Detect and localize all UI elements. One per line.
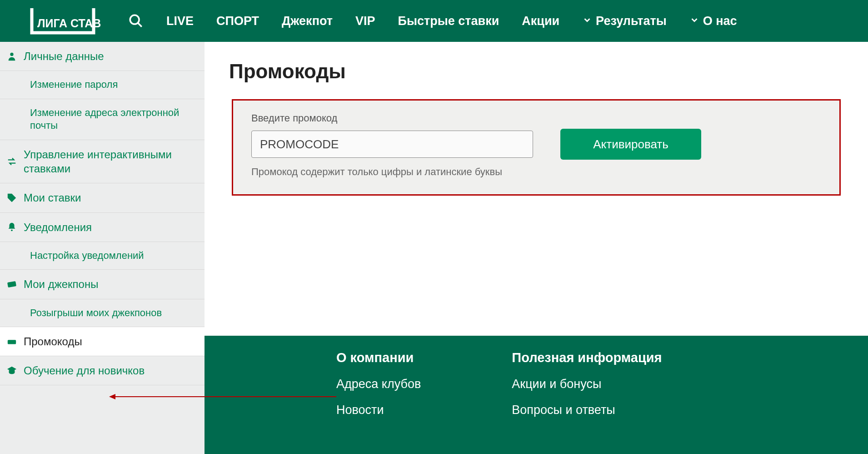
svg-rect-6	[8, 340, 16, 344]
sidebar-item-label: Обучение для новичков	[24, 363, 145, 378]
footer-heading: Полезная информация	[512, 350, 662, 365]
transfer-icon	[6, 156, 17, 167]
chevron-down-icon	[689, 14, 699, 28]
sidebar-item-jackpon-draws[interactable]: Розыгрыши моих джекпонов	[0, 299, 205, 328]
sidebar-item-bets-mgmt[interactable]: Управление интерактивными ставками	[0, 140, 205, 183]
svg-point-1	[130, 15, 139, 24]
sidebar-item-label: Уведомления	[24, 220, 92, 234]
nav-vip[interactable]: VIP	[355, 14, 375, 28]
sidebar-item-label: Изменение адреса электронной почты	[30, 106, 199, 132]
search-icon[interactable]	[128, 13, 144, 29]
promocode-field-label: Введите промокод	[251, 112, 821, 124]
footer: О компании Адреса клубов Новости Полезна…	[205, 336, 868, 454]
promocode-input[interactable]	[251, 131, 533, 158]
svg-text:ЛИГА СТАВОК: ЛИГА СТАВОК	[37, 17, 101, 30]
sidebar-item-notif-settings[interactable]: Настройка уведомлений	[0, 242, 205, 270]
footer-heading: О компании	[336, 350, 421, 365]
nav-sport[interactable]: СПОРТ	[216, 14, 259, 28]
footer-col-info: Полезная информация Акции и бонусы Вопро…	[512, 350, 662, 454]
footer-link-clubs[interactable]: Адреса клубов	[336, 377, 421, 391]
sidebar-item-label: Розыгрыши моих джекпонов	[30, 307, 162, 320]
container: Личные данные Изменение пароля Изменение…	[0, 42, 868, 454]
nav-results-label: Результаты	[596, 14, 667, 28]
sidebar-item-label: Мои джекпоны	[24, 277, 98, 291]
ticket-icon	[6, 336, 17, 347]
footer-col-about: О компании Адреса клубов Новости	[336, 350, 421, 454]
promocode-panel: Введите промокод Активировать Промокод с…	[232, 99, 841, 196]
sidebar-item-notifications[interactable]: Уведомления	[0, 213, 205, 242]
nav-about[interactable]: О нас	[689, 14, 737, 28]
card-icon	[6, 279, 17, 290]
svg-point-4	[11, 230, 13, 232]
svg-line-2	[138, 23, 142, 27]
sidebar-item-promocodes[interactable]: Промокоды	[0, 327, 205, 356]
tags-icon	[6, 192, 17, 203]
person-icon	[6, 51, 17, 62]
svg-rect-5	[7, 281, 16, 288]
nav-promo[interactable]: Акции	[522, 14, 559, 28]
header: ЛИГА СТАВОК LIVE СПОРТ Джекпот VIP Быстр…	[0, 0, 868, 42]
nav-results[interactable]: Результаты	[582, 14, 667, 28]
promocode-row: Активировать	[251, 129, 821, 160]
footer-link-faq[interactable]: Вопросы и ответы	[512, 403, 662, 417]
nav-jackpot[interactable]: Джекпот	[282, 14, 333, 28]
activate-button[interactable]: Активировать	[560, 129, 701, 160]
sidebar-item-label: Промокоды	[24, 334, 82, 348]
nav: LIVE СПОРТ Джекпот VIP Быстрые ставки Ак…	[128, 13, 737, 29]
main: Промокоды Введите промокод Активировать …	[205, 42, 868, 454]
chevron-down-icon	[582, 14, 592, 28]
sidebar-item-label: Настройка уведомлений	[30, 249, 144, 262]
footer-link-bonuses[interactable]: Акции и бонусы	[512, 377, 662, 391]
nav-fastbets[interactable]: Быстрые ставки	[398, 14, 499, 28]
sidebar-item-label: Управление интерактивными ставками	[24, 147, 199, 176]
content: Промокоды Введите промокод Активировать …	[205, 42, 868, 336]
sidebar-item-jackpons[interactable]: Мои джекпоны	[0, 270, 205, 299]
svg-point-3	[10, 52, 13, 55]
grad-cap-icon	[6, 365, 17, 376]
page-title: Промокоды	[229, 60, 841, 83]
promocode-hint: Промокод содержит только цифры и латинск…	[251, 166, 821, 178]
nav-about-label: О нас	[703, 14, 737, 28]
sidebar-item-mybets[interactable]: Мои ставки	[0, 183, 205, 212]
sidebar-item-password[interactable]: Изменение пароля	[0, 71, 205, 99]
nav-live[interactable]: LIVE	[166, 14, 194, 28]
sidebar-item-label: Мои ставки	[24, 191, 81, 205]
logo-icon: ЛИГА СТАВОК	[15, 5, 101, 36]
sidebar-item-learn[interactable]: Обучение для новичков	[0, 356, 205, 385]
logo[interactable]: ЛИГА СТАВОК	[15, 5, 101, 36]
sidebar: Личные данные Изменение пароля Изменение…	[0, 42, 205, 454]
sidebar-item-email[interactable]: Изменение адреса электронной почты	[0, 99, 205, 140]
sidebar-item-label: Изменение пароля	[30, 78, 118, 91]
footer-link-news[interactable]: Новости	[336, 403, 421, 417]
sidebar-item-personal[interactable]: Личные данные	[0, 42, 205, 71]
sidebar-item-label: Личные данные	[24, 49, 104, 63]
bell-icon	[6, 222, 17, 232]
